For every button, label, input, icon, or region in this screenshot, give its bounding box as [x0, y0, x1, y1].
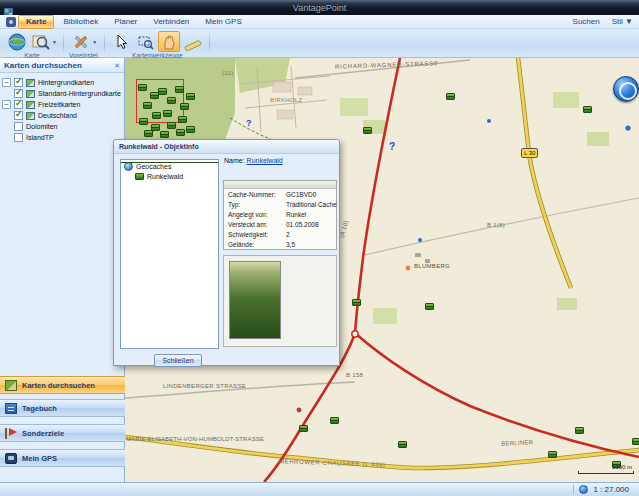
settings-menu-button[interactable]: ▼	[70, 31, 98, 52]
geocache-icon[interactable]	[144, 130, 153, 137]
cache-photo[interactable]	[229, 261, 281, 339]
map-layer-icon	[26, 112, 35, 120]
geocache-icon[interactable]	[352, 299, 361, 306]
geocache-icon[interactable]	[143, 102, 152, 109]
map-scale-value: 1 : 27.000	[593, 485, 629, 494]
statusbar: 1 : 27.000	[0, 482, 639, 496]
close-dialog-button[interactable]: Schließen	[154, 354, 202, 367]
geocache-icon[interactable]	[167, 122, 176, 129]
scale-bar	[578, 471, 634, 474]
map-view-button[interactable]	[6, 31, 28, 52]
tree-item-label: Runkelwald	[147, 173, 183, 180]
sidebar-button-label: Mein GPS	[22, 454, 57, 463]
tree-item-runkelwald[interactable]: Runkelwald	[121, 171, 218, 180]
mystery-cache-icon[interactable]: ?	[246, 118, 252, 128]
tree-item-dolomiten[interactable]: Dolomiten	[2, 121, 122, 132]
road-label: B 1(6)	[487, 222, 505, 228]
chevron-down-icon: ▼	[625, 17, 633, 26]
geocache-icon[interactable]	[139, 118, 148, 125]
close-icon[interactable]: ✕	[114, 62, 120, 69]
geocache-icon[interactable]	[186, 126, 195, 133]
street-label: LINDENBERGER STRASSE	[163, 383, 246, 389]
geocache-icon[interactable]	[178, 116, 187, 123]
checkbox-checked[interactable]	[14, 100, 23, 109]
map-layer-icon	[26, 90, 35, 98]
map-scale-widget: 1000 m	[578, 464, 634, 474]
tab-planer[interactable]: Planer	[107, 16, 144, 28]
scale-globe-icon	[579, 485, 588, 494]
geocache-icon[interactable]	[152, 112, 161, 119]
zoom-rect-tool-button[interactable]	[134, 31, 156, 52]
table-header	[224, 181, 336, 189]
tree-item-freizeitkarten[interactable]: Freizeitkarten	[2, 99, 122, 110]
geocache-icon[interactable]	[175, 86, 184, 93]
checkbox-checked[interactable]	[14, 78, 23, 87]
tree-item-islandtp[interactable]: IslandTP	[2, 132, 122, 143]
geocache-icon[interactable]	[425, 303, 434, 310]
geocache-icon[interactable]	[446, 93, 455, 100]
dialog-tree-panel: Geocaches Runkelwald	[120, 159, 219, 349]
geocache-icon[interactable]	[158, 88, 167, 95]
geocache-icon[interactable]	[299, 425, 308, 432]
globe-icon	[7, 32, 27, 52]
cache-name-link[interactable]: Runkelwald	[247, 157, 283, 164]
map-layer-icon	[26, 79, 35, 87]
geocache-icon[interactable]	[167, 97, 176, 104]
ribbon-separator	[209, 32, 210, 55]
map-icon	[5, 380, 17, 391]
geocache-icon[interactable]	[180, 103, 189, 110]
tab-mein-gps[interactable]: Mein GPS	[198, 16, 248, 28]
search-link[interactable]: Suchen	[573, 17, 600, 26]
geocache-icon[interactable]	[176, 129, 185, 136]
zoom-menu-button[interactable]: ▼	[30, 31, 58, 52]
map-label: (11)	[222, 70, 233, 76]
geocache-icon[interactable]	[160, 131, 169, 138]
geocache-icon[interactable]	[330, 417, 339, 424]
road-number-badge: L 30	[521, 148, 538, 158]
style-dropdown[interactable]: Stil ▼	[612, 17, 633, 26]
geocache-icon[interactable]	[398, 441, 407, 448]
geocache-icon[interactable]	[575, 427, 584, 434]
titlebar[interactable]: VantagePoint	[0, 0, 639, 15]
tree-item-deutschland[interactable]: Deutschland	[2, 110, 122, 121]
checkbox-checked[interactable]	[14, 89, 23, 98]
collapse-icon[interactable]	[2, 78, 11, 87]
chevron-down-icon: ▼	[52, 39, 57, 45]
sidebar-button-mein-gps[interactable]: Mein GPS	[0, 449, 125, 467]
pan-tool-button[interactable]	[158, 31, 180, 52]
tab-verbinden[interactable]: Verbinden	[146, 16, 196, 28]
mystery-cache-icon[interactable]: ?	[389, 141, 395, 152]
tree-item-label: Standard-Hintergrundkarte	[38, 90, 121, 97]
geocache-icon[interactable]	[163, 110, 172, 117]
layer-tree: Hintergrundkarten Standard-Hintergrundka…	[0, 73, 124, 147]
select-tool-button[interactable]	[110, 31, 132, 52]
tree-item-hintergrundkarten[interactable]: Hintergrundkarten	[2, 77, 122, 88]
collapse-icon[interactable]	[2, 100, 11, 109]
tree-item-standard-hintergrundkarte[interactable]: Standard-Hintergrundkarte	[2, 88, 122, 99]
ribbon-group-kartenwerkzeuge: Kartenwerkzeuge	[106, 30, 208, 57]
app-menu-icon[interactable]	[6, 17, 16, 27]
sidebar-button-karten-durchsuchen[interactable]: Karten durchsuchen	[0, 376, 125, 394]
checkbox-unchecked[interactable]	[14, 133, 23, 142]
checkbox-checked[interactable]	[14, 111, 23, 120]
dialog-titlebar[interactable]: Runkelwald - Objektinfo	[114, 140, 339, 154]
cache-name-row: Name: Runkelwald	[224, 157, 283, 164]
table-row: Angelegt von: Runkel	[224, 209, 336, 219]
geocache-icon[interactable]	[548, 451, 557, 458]
geocache-icon[interactable]	[363, 127, 372, 134]
geocache-icon[interactable]	[138, 84, 147, 91]
sidebar-button-tagebuch[interactable]: Tagebuch	[0, 399, 125, 417]
ribbon-toolbar: ▼ Karte ▼ Voreinstel.	[0, 29, 639, 58]
measure-tool-button[interactable]	[182, 31, 204, 52]
checkbox-unchecked[interactable]	[14, 122, 23, 131]
tab-bibliothek[interactable]: Bibliothek	[56, 16, 105, 28]
geocache-icon[interactable]	[186, 93, 195, 100]
sidebar-button-sonderziele[interactable]: Sonderziele	[0, 424, 125, 442]
compass-navigation-icon[interactable]	[613, 76, 639, 102]
geocache-icon[interactable]	[583, 106, 592, 113]
map-layer-icon	[26, 101, 35, 109]
street-label: MARIE-ELISABETH-VON-HUMBOLDT-STRASSE	[126, 436, 264, 442]
geocache-icon[interactable]	[632, 438, 639, 445]
tab-karte[interactable]: Karte	[18, 15, 54, 29]
sidebar-button-label: Sonderziele	[22, 429, 64, 438]
